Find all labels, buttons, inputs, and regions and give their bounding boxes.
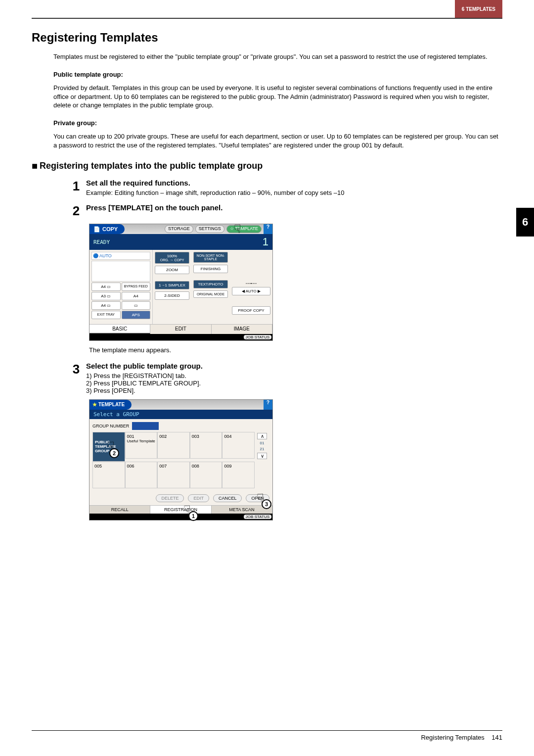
tray-a4-1-label: A4 xyxy=(101,284,106,289)
step-1: 1 Set all the required functions. Exampl… xyxy=(66,179,502,196)
orgcopy-label: ORG. → COPY xyxy=(156,258,188,262)
textphoto-cell[interactable]: TEXT/PHOTO xyxy=(193,280,228,288)
group-008[interactable]: 008 xyxy=(190,462,222,488)
delete-button[interactable]: DELETE xyxy=(156,494,184,502)
exit-tray-button[interactable]: EXIT TRAY xyxy=(91,311,121,319)
group-005[interactable]: 005 xyxy=(92,462,125,488)
tmpl-help-button[interactable]: ? xyxy=(264,400,272,410)
step-2-after: The template menu appears. xyxy=(89,346,502,355)
group-004[interactable]: 004 xyxy=(222,432,255,459)
tmpl-job-status-button[interactable]: JOB STATUS xyxy=(244,515,271,519)
step-3: 3 Select the public template group. 1) P… xyxy=(66,362,502,394)
star-icon: ★ xyxy=(92,402,97,407)
page-footer: Registering Templates 141 xyxy=(32,730,502,741)
step-num-3: 3 xyxy=(66,362,86,394)
square-bullet-icon: ■ xyxy=(32,160,38,172)
auto-text: AUTO xyxy=(99,253,112,258)
bypass-button[interactable]: BYPASS FEED xyxy=(122,283,151,291)
ready-label: READY xyxy=(93,239,110,245)
page-range-2: 21 xyxy=(260,447,265,451)
nonsort-cell[interactable]: NON-SORT NON-STAPLE xyxy=(193,252,228,263)
private-group-text: You can create up to 200 private groups.… xyxy=(53,132,502,149)
step-1-text: Example: Editing function – image shift,… xyxy=(86,189,502,196)
page-header: 6 TEMPLATES xyxy=(32,0,502,19)
page-down-button[interactable]: ∨ xyxy=(257,453,267,459)
tray-a3[interactable]: A3 ▭ xyxy=(91,292,121,300)
auto-density-label: AUTO xyxy=(246,289,257,293)
callout-3: 3 xyxy=(262,499,271,509)
group-005-num: 005 xyxy=(94,464,123,469)
group-007[interactable]: 007 xyxy=(157,462,190,488)
callout-1: 1 xyxy=(188,511,198,521)
job-status-button[interactable]: JOB STATUS xyxy=(244,335,271,339)
group-006[interactable]: 006 xyxy=(125,462,158,488)
proof-copy-button[interactable]: PROOF COPY xyxy=(232,306,270,315)
tray-a4-2[interactable]: A4 ▭ xyxy=(91,301,121,310)
step-2-title: Press [TEMPLATE] on the touch panel. xyxy=(86,203,502,212)
originalmode-button[interactable]: ORIGINAL MODE xyxy=(193,290,228,298)
group-009[interactable]: 009 xyxy=(222,462,255,488)
ratio-value: 100% xyxy=(156,254,188,258)
copy-count: 1 xyxy=(263,236,268,248)
twosided-button[interactable]: 2-SIDED xyxy=(155,291,189,300)
step-num-1: 1 xyxy=(66,179,86,196)
finishing-button[interactable]: FINISHING xyxy=(193,265,228,273)
callout-2: 2 xyxy=(109,448,119,458)
public-group-text: Provided by default. Templates in this g… xyxy=(53,84,502,110)
simplex-cell[interactable]: 1→1 SIMPLEX xyxy=(155,281,189,289)
preview-area xyxy=(91,261,150,282)
copy-title-text: COPY xyxy=(102,226,118,232)
group-003[interactable]: 003 xyxy=(190,432,222,459)
tab-registration[interactable]: REGISTRATION xyxy=(150,506,211,514)
group-001-num: 001 xyxy=(127,434,156,439)
settings-button[interactable]: SETTINGS xyxy=(195,225,224,233)
tab-edit[interactable]: EDIT xyxy=(150,325,211,334)
group-002-num: 002 xyxy=(159,434,188,439)
copy-panel-screenshot: 📄 COPY STORAGE SETTINGS ☆ TEMPLATE ? REA… xyxy=(89,224,502,355)
ratio-cell[interactable]: 100% ORG. → COPY xyxy=(155,252,189,264)
group-004-num: 004 xyxy=(224,434,253,439)
auto-density-button[interactable]: ◀ AUTO ▶ xyxy=(232,287,270,295)
auto-label[interactable]: 🔵 AUTO xyxy=(91,252,150,260)
tab-image[interactable]: IMAGE xyxy=(212,325,272,334)
page-range-1: 01 xyxy=(260,441,265,445)
tray-a3-label: A3 xyxy=(101,294,106,298)
step-3-title: Select the public template group. xyxy=(86,362,502,370)
aps-button[interactable]: APS xyxy=(122,311,151,319)
tab-recall[interactable]: RECALL xyxy=(89,506,150,514)
copy-title: 📄 COPY xyxy=(89,224,125,234)
public-group-heading: Public template group: xyxy=(53,70,502,79)
storage-button[interactable]: STORAGE xyxy=(165,225,193,233)
template-panel-screenshot: ★ TEMPLATE ? Select a GROUP GROUP NUMBER xyxy=(89,399,502,520)
group-002[interactable]: 002 xyxy=(157,432,190,459)
template-title-text: TEMPLATE xyxy=(98,402,125,407)
page-title: Registering Templates xyxy=(32,31,502,45)
intro-text: Templates must be registered to either t… xyxy=(53,52,502,61)
footer-title: Registering Templates xyxy=(421,734,484,741)
cancel-button[interactable]: CANCEL xyxy=(213,494,242,502)
step-3-sub1: 1) Press the [REGISTRATION] tab. xyxy=(86,372,502,379)
tray-a4-3[interactable]: A4 xyxy=(122,292,151,300)
private-group-heading: Private group: xyxy=(53,119,502,128)
copy-icon: 📄 xyxy=(93,226,100,233)
edit-button[interactable]: EDIT xyxy=(188,494,209,502)
chapter-tab: 6 xyxy=(516,208,534,236)
tray-extra[interactable]: ▭ xyxy=(122,301,151,310)
tray-a4-2-label: A4 xyxy=(101,303,106,308)
group-001-text: Useful Template xyxy=(127,439,156,443)
page-up-button[interactable]: ∧ xyxy=(257,433,267,439)
tab-basic[interactable]: BASIC xyxy=(89,325,150,334)
step-3-sub3: 3) Press [OPEN]. xyxy=(86,387,502,394)
header-section-tag: 6 TEMPLATES xyxy=(455,0,502,18)
tray-a4-1[interactable]: A4 ▭ xyxy=(91,283,121,291)
step-3-sub2: 2) Press [PUBLIC TEMPLATE GROUP]. xyxy=(86,379,502,387)
pointer-hand-icon: ☟ xyxy=(234,222,248,236)
group-006-num: 006 xyxy=(127,464,156,469)
group-008-num: 008 xyxy=(192,464,221,469)
zoom-button[interactable]: ZOOM xyxy=(155,266,189,274)
group-001[interactable]: 001 Useful Template xyxy=(125,432,158,459)
group-number-input[interactable] xyxy=(132,422,159,430)
step-num-2: 2 xyxy=(66,203,86,219)
help-button[interactable]: ? xyxy=(264,224,272,234)
step-2: 2 Press [TEMPLATE] on the touch panel. xyxy=(66,203,502,219)
